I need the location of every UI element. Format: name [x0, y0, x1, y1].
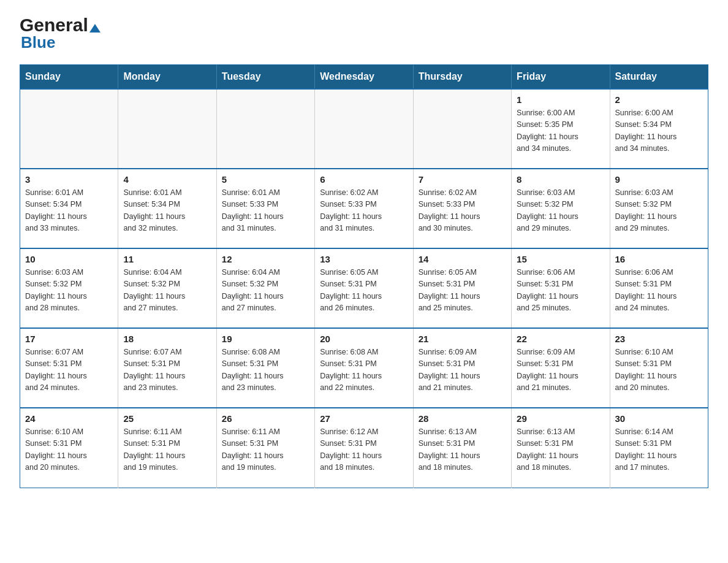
calendar-cell: 10Sunrise: 6:03 AMSunset: 5:32 PMDayligh…: [20, 248, 118, 328]
day-number: 30: [615, 413, 703, 424]
weekday-header-wednesday: Wednesday: [315, 65, 413, 90]
day-info: Sunrise: 6:02 AMSunset: 5:33 PMDaylight:…: [419, 187, 506, 235]
weekday-header-saturday: Saturday: [610, 65, 708, 90]
calendar-table: SundayMondayTuesdayWednesdayThursdayFrid…: [20, 64, 708, 488]
day-number: 4: [123, 174, 211, 185]
day-info: Sunrise: 6:08 AMSunset: 5:31 PMDaylight:…: [222, 347, 309, 394]
calendar-week-row: 1Sunrise: 6:00 AMSunset: 5:35 PMDaylight…: [20, 89, 708, 169]
logo-general-text: General: [20, 15, 100, 36]
day-number: 3: [25, 174, 113, 185]
weekday-header-friday: Friday: [512, 65, 610, 90]
calendar-cell: 7Sunrise: 6:02 AMSunset: 5:33 PMDaylight…: [413, 169, 511, 248]
day-number: 29: [517, 413, 604, 424]
calendar-cell: 14Sunrise: 6:05 AMSunset: 5:31 PMDayligh…: [413, 248, 511, 328]
calendar-cell: 13Sunrise: 6:05 AMSunset: 5:31 PMDayligh…: [315, 248, 413, 328]
day-info: Sunrise: 6:00 AMSunset: 5:34 PMDaylight:…: [615, 107, 703, 155]
calendar-cell: 25Sunrise: 6:11 AMSunset: 5:31 PMDayligh…: [118, 408, 216, 488]
day-info: Sunrise: 6:10 AMSunset: 5:31 PMDaylight:…: [25, 426, 113, 474]
day-number: 14: [419, 254, 506, 264]
day-number: 21: [419, 334, 506, 344]
weekday-header-row: SundayMondayTuesdayWednesdayThursdayFrid…: [20, 65, 708, 90]
logo-blue-text: Blue: [21, 33, 55, 52]
day-info: Sunrise: 6:01 AMSunset: 5:33 PMDaylight:…: [222, 187, 309, 235]
day-number: 7: [419, 174, 506, 185]
calendar-week-row: 3Sunrise: 6:01 AMSunset: 5:34 PMDaylight…: [20, 169, 708, 248]
day-info: Sunrise: 6:05 AMSunset: 5:31 PMDaylight:…: [419, 267, 506, 315]
day-number: 10: [25, 254, 113, 264]
calendar-cell: 6Sunrise: 6:02 AMSunset: 5:33 PMDaylight…: [315, 169, 413, 248]
day-number: 8: [517, 174, 604, 185]
day-number: 6: [320, 174, 408, 185]
day-info: Sunrise: 6:11 AMSunset: 5:31 PMDaylight:…: [222, 426, 309, 474]
calendar-cell: 16Sunrise: 6:06 AMSunset: 5:31 PMDayligh…: [610, 248, 708, 328]
day-info: Sunrise: 6:13 AMSunset: 5:31 PMDaylight:…: [517, 426, 604, 474]
day-info: Sunrise: 6:11 AMSunset: 5:31 PMDaylight:…: [123, 426, 211, 474]
calendar-cell: 5Sunrise: 6:01 AMSunset: 5:33 PMDaylight…: [216, 169, 314, 248]
day-info: Sunrise: 6:03 AMSunset: 5:32 PMDaylight:…: [25, 267, 113, 315]
day-info: Sunrise: 6:12 AMSunset: 5:31 PMDaylight:…: [320, 426, 408, 474]
logo: General Blue: [20, 15, 100, 52]
calendar-cell: [20, 89, 118, 169]
day-info: Sunrise: 6:13 AMSunset: 5:31 PMDaylight:…: [419, 426, 506, 474]
day-number: 16: [615, 254, 703, 264]
calendar-cell: 1Sunrise: 6:00 AMSunset: 5:35 PMDaylight…: [512, 89, 610, 169]
day-number: 1: [517, 94, 604, 105]
calendar-cell: 17Sunrise: 6:07 AMSunset: 5:31 PMDayligh…: [20, 328, 118, 408]
calendar-week-row: 24Sunrise: 6:10 AMSunset: 5:31 PMDayligh…: [20, 408, 708, 488]
day-number: 22: [517, 334, 604, 344]
day-info: Sunrise: 6:02 AMSunset: 5:33 PMDaylight:…: [320, 187, 408, 235]
calendar-cell: 12Sunrise: 6:04 AMSunset: 5:32 PMDayligh…: [216, 248, 314, 328]
calendar-cell: 24Sunrise: 6:10 AMSunset: 5:31 PMDayligh…: [20, 408, 118, 488]
calendar-cell: 22Sunrise: 6:09 AMSunset: 5:31 PMDayligh…: [512, 328, 610, 408]
calendar-cell: 11Sunrise: 6:04 AMSunset: 5:32 PMDayligh…: [118, 248, 216, 328]
calendar-cell: 30Sunrise: 6:14 AMSunset: 5:31 PMDayligh…: [610, 408, 708, 488]
calendar-week-row: 10Sunrise: 6:03 AMSunset: 5:32 PMDayligh…: [20, 248, 708, 328]
day-info: Sunrise: 6:00 AMSunset: 5:35 PMDaylight:…: [517, 107, 604, 155]
day-number: 25: [123, 413, 211, 424]
calendar-cell: [413, 89, 511, 169]
day-number: 5: [222, 174, 309, 185]
day-number: 24: [25, 413, 113, 424]
calendar-cell: 27Sunrise: 6:12 AMSunset: 5:31 PMDayligh…: [315, 408, 413, 488]
day-number: 18: [123, 334, 211, 344]
day-info: Sunrise: 6:01 AMSunset: 5:34 PMDaylight:…: [123, 187, 211, 235]
day-number: 11: [123, 254, 211, 264]
day-number: 2: [615, 94, 703, 105]
day-number: 9: [615, 174, 703, 185]
calendar-cell: 19Sunrise: 6:08 AMSunset: 5:31 PMDayligh…: [216, 328, 314, 408]
day-info: Sunrise: 6:10 AMSunset: 5:31 PMDaylight:…: [615, 347, 703, 394]
day-info: Sunrise: 6:01 AMSunset: 5:34 PMDaylight:…: [25, 187, 113, 235]
day-number: 15: [517, 254, 604, 264]
day-number: 13: [320, 254, 408, 264]
calendar-cell: 8Sunrise: 6:03 AMSunset: 5:32 PMDaylight…: [512, 169, 610, 248]
day-number: 20: [320, 334, 408, 344]
calendar-week-row: 17Sunrise: 6:07 AMSunset: 5:31 PMDayligh…: [20, 328, 708, 408]
calendar-cell: 3Sunrise: 6:01 AMSunset: 5:34 PMDaylight…: [20, 169, 118, 248]
page-header: General Blue: [20, 15, 708, 52]
day-number: 17: [25, 334, 113, 344]
calendar-cell: 18Sunrise: 6:07 AMSunset: 5:31 PMDayligh…: [118, 328, 216, 408]
calendar-cell: [118, 89, 216, 169]
day-info: Sunrise: 6:14 AMSunset: 5:31 PMDaylight:…: [615, 426, 703, 474]
day-number: 12: [222, 254, 309, 264]
calendar-cell: 29Sunrise: 6:13 AMSunset: 5:31 PMDayligh…: [512, 408, 610, 488]
day-info: Sunrise: 6:04 AMSunset: 5:32 PMDaylight:…: [222, 267, 309, 315]
calendar-cell: 26Sunrise: 6:11 AMSunset: 5:31 PMDayligh…: [216, 408, 314, 488]
calendar-cell: 9Sunrise: 6:03 AMSunset: 5:32 PMDaylight…: [610, 169, 708, 248]
day-info: Sunrise: 6:08 AMSunset: 5:31 PMDaylight:…: [320, 347, 408, 394]
calendar-cell: 21Sunrise: 6:09 AMSunset: 5:31 PMDayligh…: [413, 328, 511, 408]
day-number: 23: [615, 334, 703, 344]
day-info: Sunrise: 6:03 AMSunset: 5:32 PMDaylight:…: [615, 187, 703, 235]
day-info: Sunrise: 6:09 AMSunset: 5:31 PMDaylight:…: [517, 347, 604, 394]
weekday-header-monday: Monday: [118, 65, 216, 90]
calendar-cell: [315, 89, 413, 169]
weekday-header-sunday: Sunday: [20, 65, 118, 90]
day-number: 19: [222, 334, 309, 344]
calendar-cell: 4Sunrise: 6:01 AMSunset: 5:34 PMDaylight…: [118, 169, 216, 248]
day-info: Sunrise: 6:07 AMSunset: 5:31 PMDaylight:…: [25, 347, 113, 394]
day-info: Sunrise: 6:03 AMSunset: 5:32 PMDaylight:…: [517, 187, 604, 235]
weekday-header-thursday: Thursday: [413, 65, 511, 90]
day-info: Sunrise: 6:04 AMSunset: 5:32 PMDaylight:…: [123, 267, 211, 315]
calendar-cell: 2Sunrise: 6:00 AMSunset: 5:34 PMDaylight…: [610, 89, 708, 169]
day-number: 27: [320, 413, 408, 424]
